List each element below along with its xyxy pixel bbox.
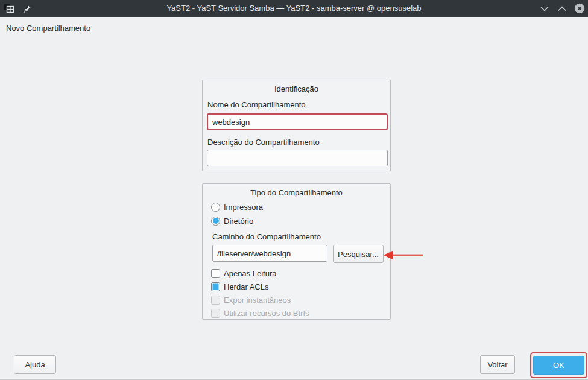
read-only-checkbox-row[interactable]: Apenas Leitura: [211, 268, 276, 279]
expose-snapshots-checkbox-label: Expor instantâneos: [224, 296, 291, 305]
close-icon[interactable]: [574, 2, 586, 14]
share-type-groupbox-title: Tipo do Compartilhamento: [203, 188, 390, 197]
share-path-label: Caminho do Compartilhamento: [212, 232, 321, 241]
inherit-acls-checkbox[interactable]: [211, 282, 220, 291]
btrfs-checkbox: [211, 309, 220, 318]
btrfs-checkbox-row: Utilizar recursos do Btrfs: [211, 308, 309, 318]
pin-icon[interactable]: [21, 2, 33, 14]
maximize-chevron-up-icon[interactable]: [556, 2, 568, 14]
btrfs-checkbox-label: Utilizar recursos do Btrfs: [224, 309, 309, 318]
directory-radio-row[interactable]: Diretório: [211, 215, 253, 226]
share-path-input[interactable]: [212, 245, 327, 262]
read-only-checkbox-label: Apenas Leitura: [224, 269, 276, 278]
shade-chevron-down-icon[interactable]: [539, 2, 551, 14]
browse-button[interactable]: Pesquisar...: [333, 245, 384, 263]
window-title: YaST2 - YaST Servidor Samba — YaST2 - sa…: [166, 0, 421, 17]
back-button[interactable]: Voltar: [480, 355, 515, 374]
printer-radio-label: Impressora: [224, 203, 263, 212]
yast2-samba-window: YaST2 - YaST Servidor Samba — YaST2 - sa…: [0, 0, 588, 380]
inherit-acls-checkbox-label: Herdar ACLs: [224, 282, 268, 291]
directory-radio-label: Diretório: [224, 217, 253, 226]
share-description-input[interactable]: [207, 150, 388, 166]
printer-radio[interactable]: [211, 203, 220, 212]
printer-radio-row[interactable]: Impressora: [211, 201, 263, 212]
inherit-acls-checkbox-row[interactable]: Herdar ACLs: [211, 281, 268, 292]
expose-snapshots-checkbox: [211, 296, 220, 305]
yast-grid-icon[interactable]: [4, 2, 16, 14]
expose-snapshots-checkbox-row: Expor instantâneos: [211, 294, 291, 305]
share-name-label: Nome do Compartilhamento: [207, 100, 306, 109]
identification-groupbox-title: Identificação: [203, 84, 390, 93]
identification-groupbox: Identificação Nome do Compartilhamento D…: [202, 80, 391, 171]
directory-radio[interactable]: [211, 217, 220, 226]
titlebar[interactable]: YaST2 - YaST Servidor Samba — YaST2 - sa…: [0, 0, 588, 17]
share-description-label: Descrição do Compartilhamento: [207, 138, 320, 147]
share-type-groupbox: Tipo do Compartilhamento Impressora Dire…: [202, 183, 391, 320]
help-button[interactable]: Ajuda: [14, 355, 56, 374]
read-only-checkbox[interactable]: [211, 269, 220, 278]
page-title: Novo Compartilhamento: [6, 24, 90, 33]
share-name-input[interactable]: [207, 113, 388, 130]
ok-button[interactable]: OK: [533, 356, 584, 375]
